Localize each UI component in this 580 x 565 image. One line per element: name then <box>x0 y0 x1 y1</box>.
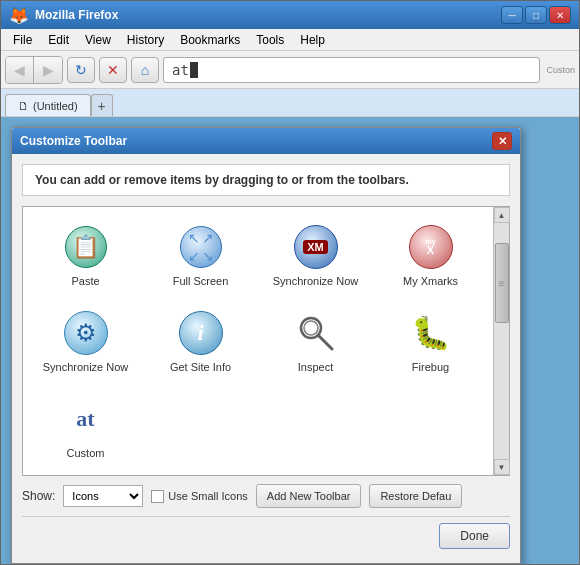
done-button[interactable]: Done <box>439 523 510 549</box>
dialog-info-text: You can add or remove items by dragging … <box>35 173 409 187</box>
minimize-button[interactable]: ─ <box>501 6 523 24</box>
scroll-track <box>495 223 509 459</box>
toolbar-item-myxmarks[interactable]: my X My Xmarks <box>378 217 483 293</box>
firebug-icon-container: 🐛 <box>407 309 455 357</box>
navigation-bar: ◀ ▶ ↻ ✕ ⌂ at Custon <box>1 51 579 89</box>
close-window-button[interactable]: ✕ <box>549 6 571 24</box>
show-select[interactable]: Icons Icons and Text Text <box>63 485 143 507</box>
svg-point-1 <box>304 321 318 335</box>
tab-title: (Untitled) <box>33 100 78 112</box>
inspect-icon-container <box>292 309 340 357</box>
dialog-title-bar: Customize Toolbar ✕ <box>12 128 520 154</box>
dialog-body: You can add or remove items by dragging … <box>12 154 520 563</box>
sync2-icon-container: ⚙ <box>62 309 110 357</box>
siteinfo-icon-container: i <box>177 309 225 357</box>
menu-help[interactable]: Help <box>292 31 333 49</box>
inspect-label: Inspect <box>298 361 333 373</box>
toolbar-item-firebug[interactable]: 🐛 Firebug <box>378 303 483 379</box>
gear-icon: ⚙ <box>75 319 97 347</box>
bug-icon-glyph: 🐛 <box>411 314 451 352</box>
toolbar-item-custom[interactable]: at Custom <box>33 389 138 465</box>
paste-icon-container: 📋 <box>62 223 110 271</box>
scroll-down-button[interactable]: ▼ <box>494 459 510 475</box>
myxmarks-inner: my X <box>425 238 435 256</box>
dialog-close-button[interactable]: ✕ <box>492 132 512 150</box>
paste-label: Paste <box>71 275 99 287</box>
custom-at-symbol: at <box>76 406 94 432</box>
myxmarks-label: My Xmarks <box>403 275 458 287</box>
sync2-icon: ⚙ <box>64 311 108 355</box>
show-label: Show: <box>22 489 55 503</box>
menu-tools[interactable]: Tools <box>248 31 292 49</box>
url-bar[interactable]: at <box>163 57 540 83</box>
window-icon: 🦊 <box>9 6 29 25</box>
dialog-title: Customize Toolbar <box>20 134 492 148</box>
sync1-icon-container: XM <box>292 223 340 271</box>
scroll-thumb[interactable] <box>495 243 509 323</box>
paste-icon-glyph: 📋 <box>72 234 99 260</box>
new-tab-button[interactable]: + <box>91 94 113 116</box>
menu-bookmarks[interactable]: Bookmarks <box>172 31 248 49</box>
back-button[interactable]: ◀ <box>6 57 34 83</box>
scrollbar: ▲ ▼ <box>493 207 509 475</box>
fullscreen-icon: ↖ ↗ ↙ ↘ <box>180 226 222 268</box>
toolbar-item-sync1[interactable]: XM Synchronize Now <box>263 217 368 293</box>
small-icons-checkbox[interactable] <box>151 490 164 503</box>
restore-defaults-button[interactable]: Restore Defau <box>369 484 462 508</box>
tab-untitled[interactable]: 🗋 (Untitled) <box>5 94 91 116</box>
sync1-label: Synchronize Now <box>273 275 359 287</box>
forward-button[interactable]: ▶ <box>34 57 62 83</box>
window-controls: ─ □ ✕ <box>501 6 571 24</box>
myxmarks-icon: my X <box>409 225 453 269</box>
menu-history[interactable]: History <box>119 31 172 49</box>
toolbar-items-grid: 📋 Paste ↖ <box>23 207 493 475</box>
home-button[interactable]: ⌂ <box>131 57 159 83</box>
tab-page-icon: 🗋 <box>18 100 29 112</box>
small-icons-text: Use Small Icons <box>168 490 247 502</box>
small-icons-label[interactable]: Use Small Icons <box>151 490 247 503</box>
sync1-icon: XM <box>294 225 338 269</box>
stop-button[interactable]: ✕ <box>99 57 127 83</box>
xmarks-badge: XM <box>303 240 328 254</box>
inspect-icon <box>294 311 338 355</box>
reload-button[interactable]: ↻ <box>67 57 95 83</box>
browser-content: Customize Toolbar ✕ You can add or remov… <box>1 117 579 564</box>
toolbar-item-fullscreen[interactable]: ↖ ↗ ↙ ↘ Full Screen <box>148 217 253 293</box>
firebug-label: Firebug <box>412 361 449 373</box>
add-toolbar-button[interactable]: Add New Toolbar <box>256 484 362 508</box>
menu-bar: File Edit View History Bookmarks Tools H… <box>1 29 579 51</box>
toolbar-items-area: 📋 Paste ↖ <box>22 206 510 476</box>
paste-icon: 📋 <box>65 226 107 268</box>
menu-view[interactable]: View <box>77 31 119 49</box>
dialog-bottom: Done <box>22 516 510 553</box>
siteinfo-icon: i <box>179 311 223 355</box>
info-icon-glyph: i <box>197 320 203 346</box>
menu-edit[interactable]: Edit <box>40 31 77 49</box>
toolbar-item-siteinfo[interactable]: i Get Site Info <box>148 303 253 379</box>
fullscreen-arrows-icon: ↖ ↗ ↙ ↘ <box>188 230 214 264</box>
custom-icon: at <box>64 397 108 441</box>
myxmarks-icon-container: my X <box>407 223 455 271</box>
toolbar-item-sync2[interactable]: ⚙ Synchronize Now <box>33 303 138 379</box>
fullscreen-icon-container: ↖ ↗ ↙ ↘ <box>177 223 225 271</box>
custom-icon-container: at <box>62 395 110 443</box>
window-title: Mozilla Firefox <box>35 8 495 22</box>
scroll-up-button[interactable]: ▲ <box>494 207 510 223</box>
menu-file[interactable]: File <box>5 31 40 49</box>
fullscreen-label: Full Screen <box>173 275 229 287</box>
inspect-svg <box>296 313 336 353</box>
customize-toolbar-dialog: Customize Toolbar ✕ You can add or remov… <box>11 127 521 564</box>
dialog-info-bar: You can add or remove items by dragging … <box>22 164 510 196</box>
toolbar-item-inspect[interactable]: Inspect <box>263 303 368 379</box>
siteinfo-label: Get Site Info <box>170 361 231 373</box>
dialog-overlay: Customize Toolbar ✕ You can add or remov… <box>1 117 579 564</box>
title-bar: 🦊 Mozilla Firefox ─ □ ✕ <box>1 1 579 29</box>
firebug-icon: 🐛 <box>409 311 453 355</box>
dialog-footer-controls: Show: Icons Icons and Text Text Use Smal… <box>22 476 510 512</box>
custom-label-text: Custom <box>67 447 105 459</box>
browser-window: 🦊 Mozilla Firefox ─ □ ✕ File Edit View H… <box>0 0 580 565</box>
maximize-button[interactable]: □ <box>525 6 547 24</box>
sync2-label: Synchronize Now <box>43 361 129 373</box>
x-label: X <box>427 245 434 256</box>
toolbar-item-paste[interactable]: 📋 Paste <box>33 217 138 293</box>
